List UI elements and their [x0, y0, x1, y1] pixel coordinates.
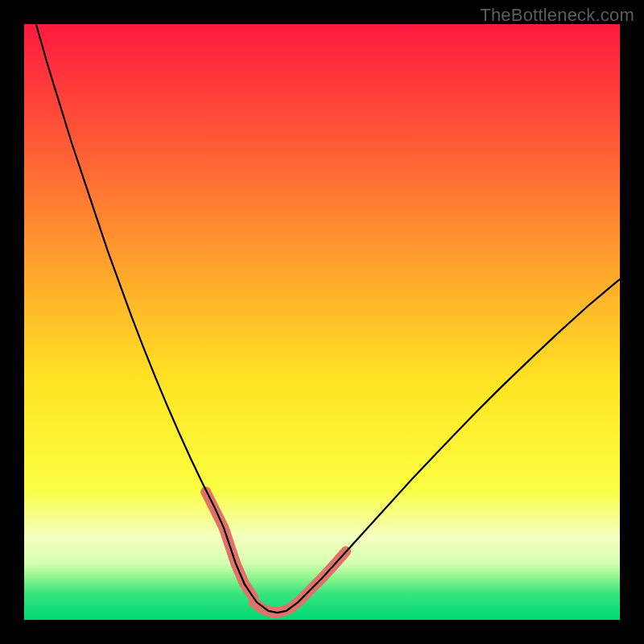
bottleneck-chart: [24, 24, 620, 620]
chart-frame: TheBottleneck.com: [0, 0, 644, 644]
watermark-text: TheBottleneck.com: [480, 5, 634, 26]
gradient-background: [24, 24, 620, 620]
